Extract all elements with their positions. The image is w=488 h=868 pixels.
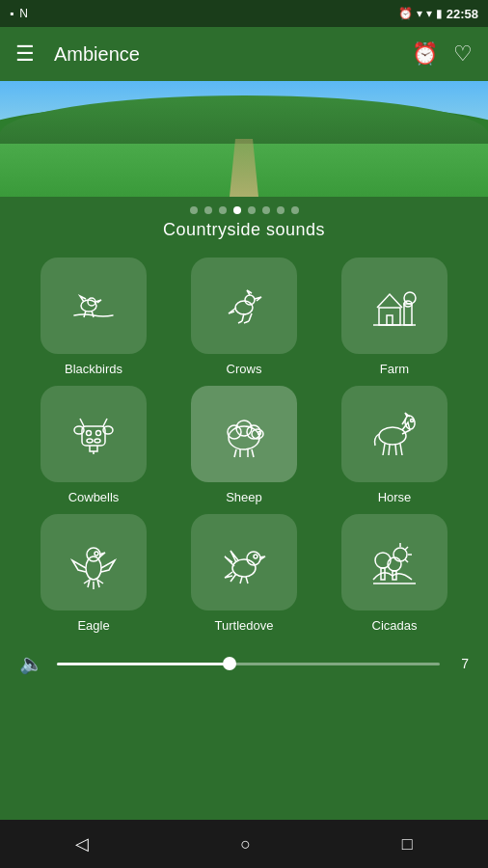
status-right-icons: ⏰ ▾ ▾ ▮ 22:58 <box>398 7 478 21</box>
sound-item-turtledove[interactable]: Turtledove <box>174 514 314 633</box>
network-icon: N <box>19 7 28 20</box>
blackbirds-icon <box>65 277 122 335</box>
svg-point-40 <box>254 555 258 558</box>
svg-line-24 <box>234 449 236 457</box>
svg-point-14 <box>96 431 101 436</box>
blackbirds-icon-box <box>41 258 147 354</box>
sheep-icon <box>215 405 273 463</box>
menu-icon[interactable]: ☰ <box>15 43 35 65</box>
sound-item-blackbirds[interactable]: Blackbirds <box>23 258 164 376</box>
time-display: 22:58 <box>447 7 478 21</box>
horse-icon-box <box>341 386 447 482</box>
svg-point-16 <box>95 439 100 443</box>
svg-point-8 <box>404 292 416 304</box>
farm-icon <box>366 277 423 335</box>
turtledove-icon <box>215 533 273 591</box>
app-title: Ambience <box>54 43 412 66</box>
sound-item-cicadas[interactable]: Cicadas <box>324 514 465 633</box>
sound-item-crows[interactable]: Crows <box>174 258 314 376</box>
sound-grid: Blackbirds Crows <box>0 258 488 633</box>
svg-point-19 <box>228 425 241 439</box>
bottom-nav: ◁ ○ □ <box>0 820 488 868</box>
crows-label: Crows <box>227 362 262 376</box>
svg-point-37 <box>95 552 98 556</box>
dot-5[interactable] <box>248 206 256 214</box>
cicadas-icon <box>366 533 423 591</box>
signal-icon: ▾ <box>426 7 432 20</box>
farm-label: Farm <box>380 362 409 376</box>
svg-line-31 <box>383 444 385 455</box>
svg-point-2 <box>235 301 253 314</box>
page-dots <box>0 197 488 220</box>
back-nav-icon[interactable]: ◁ <box>75 833 89 854</box>
battery-icon: ▮ <box>436 7 443 20</box>
svg-point-23 <box>258 432 261 435</box>
favorites-icon[interactable]: ♡ <box>453 41 473 67</box>
dot-3[interactable] <box>219 206 227 214</box>
home-nav-icon[interactable]: ○ <box>240 834 251 854</box>
eagle-label: Eagle <box>77 618 109 633</box>
svg-rect-5 <box>387 315 393 325</box>
svg-rect-10 <box>82 426 105 446</box>
horse-icon <box>366 405 423 463</box>
sound-item-farm[interactable]: Farm <box>324 258 465 376</box>
volume-value: 7 <box>453 656 469 671</box>
dot-8[interactable] <box>291 206 299 214</box>
svg-rect-4 <box>379 308 400 325</box>
alarm-status-icon: ⏰ <box>398 7 413 20</box>
wifi-icon: ▾ <box>417 7 422 20</box>
svg-line-33 <box>395 445 396 455</box>
svg-line-34 <box>400 444 402 455</box>
svg-point-15 <box>87 439 93 443</box>
farm-icon-box <box>341 258 447 354</box>
svg-point-13 <box>87 431 92 436</box>
eagle-icon-box <box>41 514 147 610</box>
status-left-icons: ▪ N <box>10 7 28 20</box>
hero-image <box>0 81 488 197</box>
svg-point-20 <box>236 420 252 436</box>
sound-item-horse[interactable]: Horse <box>324 386 465 504</box>
crows-icon <box>215 277 273 335</box>
notification-icon: ▪ <box>10 7 14 20</box>
volume-track[interactable] <box>57 663 440 665</box>
sound-item-eagle[interactable]: Eagle <box>23 514 164 633</box>
volume-thumb[interactable] <box>223 657 236 670</box>
eagle-icon <box>65 533 122 591</box>
sheep-icon-box <box>191 386 297 482</box>
turtledove-label: Turtledove <box>215 618 274 633</box>
alarm-icon[interactable]: ⏰ <box>412 41 438 67</box>
svg-line-41 <box>240 577 242 583</box>
dot-4-active[interactable] <box>233 206 241 214</box>
turtledove-icon-box <box>191 514 297 610</box>
volume-icon: 🔈 <box>19 652 43 675</box>
dot-6[interactable] <box>262 206 270 214</box>
horse-label: Horse <box>378 490 412 504</box>
svg-line-32 <box>389 445 390 455</box>
svg-point-43 <box>393 548 407 561</box>
volume-control: 🔈 7 <box>0 652 488 675</box>
status-bar: ▪ N ⏰ ▾ ▾ ▮ 22:58 <box>0 0 488 27</box>
svg-line-45 <box>405 547 408 550</box>
cicadas-icon-box <box>341 514 447 610</box>
svg-point-30 <box>411 420 414 422</box>
section-title: Countryside sounds <box>0 220 488 240</box>
top-actions: ⏰ ♡ <box>412 41 473 67</box>
svg-line-42 <box>246 577 248 583</box>
sound-item-cowbells[interactable]: Cowbells <box>23 386 164 504</box>
svg-line-27 <box>252 449 254 457</box>
crows-icon-box <box>191 258 297 354</box>
sheep-label: Sheep <box>226 490 262 504</box>
sound-item-sheep[interactable]: Sheep <box>174 386 314 504</box>
recents-nav-icon[interactable]: □ <box>402 834 413 854</box>
svg-line-47 <box>405 559 408 562</box>
dot-1[interactable] <box>190 206 198 214</box>
blackbirds-label: Blackbirds <box>65 362 122 376</box>
cowbells-icon <box>65 405 122 463</box>
volume-fill <box>57 663 230 665</box>
cicadas-label: Cicadas <box>372 618 418 633</box>
svg-point-35 <box>86 556 101 580</box>
dot-2[interactable] <box>204 206 212 214</box>
dot-7[interactable] <box>277 206 285 214</box>
cowbells-label: Cowbells <box>68 490 120 504</box>
cowbells-icon-box <box>41 386 147 482</box>
